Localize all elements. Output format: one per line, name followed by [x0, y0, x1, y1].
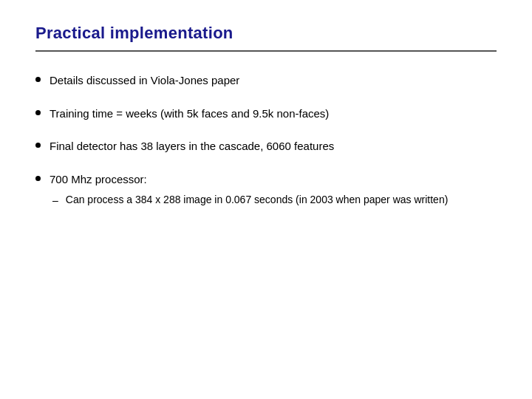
list-item: Training time = weeks (with 5k faces and…: [35, 106, 497, 123]
bullet-list: Details discussed in Viola-Jones paper T…: [35, 72, 497, 208]
slide-title: Practical implementation: [35, 24, 497, 43]
bullet-text: Details discussed in Viola-Jones paper: [50, 72, 497, 89]
bullet-dot: [35, 143, 41, 148]
bullet-dot: [35, 176, 41, 181]
bullet-text: Final detector has 38 layers in the casc…: [50, 138, 497, 155]
title-divider: [35, 50, 497, 52]
bullet-dot: [35, 110, 41, 115]
list-item: Final detector has 38 layers in the casc…: [35, 138, 497, 155]
sub-bullet-dash: –: [52, 193, 58, 208]
list-item: – Can process a 384 x 288 image in 0.067…: [50, 192, 497, 208]
list-item: 700 Mhz processor: – Can process a 384 x…: [35, 171, 497, 209]
list-item: Details discussed in Viola-Jones paper: [35, 72, 497, 89]
sub-bullet-text: Can process a 384 x 288 image in 0.067 s…: [66, 192, 497, 208]
sub-bullet-list: – Can process a 384 x 288 image in 0.067…: [50, 192, 497, 208]
slide-container: Practical implementation Details discuss…: [0, 0, 532, 399]
bullet-dot: [35, 77, 41, 82]
bullet-text-with-sub: 700 Mhz processor: – Can process a 384 x…: [50, 171, 497, 209]
bullet-main-text: 700 Mhz processor:: [50, 173, 147, 185]
bullet-text: Training time = weeks (with 5k faces and…: [50, 106, 497, 123]
